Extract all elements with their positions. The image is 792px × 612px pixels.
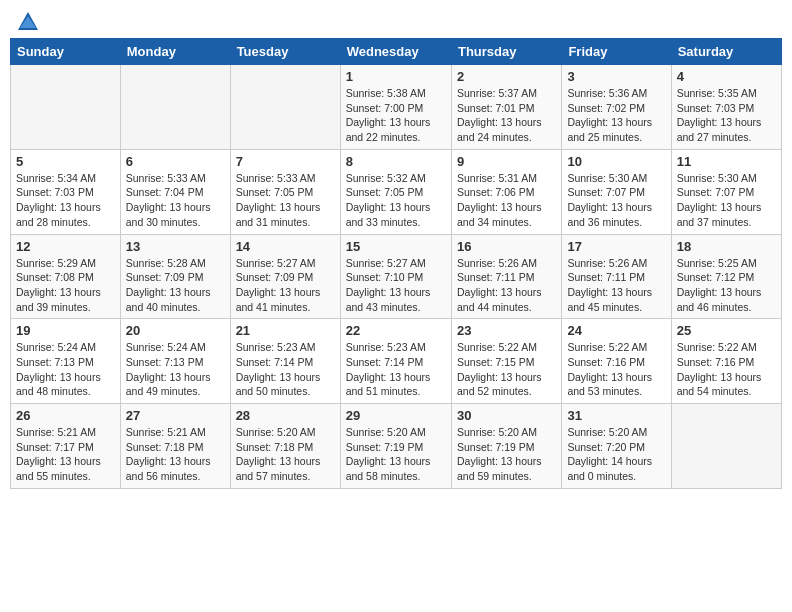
day-number: 13 [126,239,225,254]
day-info: Sunrise: 5:29 AMSunset: 7:08 PMDaylight:… [16,256,115,315]
calendar-cell [230,65,340,150]
page-header [10,10,782,30]
calendar-cell: 6Sunrise: 5:33 AMSunset: 7:04 PMDaylight… [120,149,230,234]
day-info: Sunrise: 5:23 AMSunset: 7:14 PMDaylight:… [236,340,335,399]
calendar-cell: 10Sunrise: 5:30 AMSunset: 7:07 PMDayligh… [562,149,671,234]
day-info: Sunrise: 5:37 AMSunset: 7:01 PMDaylight:… [457,86,556,145]
calendar-cell [120,65,230,150]
day-number: 23 [457,323,556,338]
day-number: 9 [457,154,556,169]
day-info: Sunrise: 5:32 AMSunset: 7:05 PMDaylight:… [346,171,446,230]
day-number: 27 [126,408,225,423]
day-number: 6 [126,154,225,169]
day-number: 26 [16,408,115,423]
day-number: 30 [457,408,556,423]
calendar-cell: 21Sunrise: 5:23 AMSunset: 7:14 PMDayligh… [230,319,340,404]
calendar-header-friday: Friday [562,39,671,65]
day-info: Sunrise: 5:33 AMSunset: 7:04 PMDaylight:… [126,171,225,230]
calendar-cell: 16Sunrise: 5:26 AMSunset: 7:11 PMDayligh… [451,234,561,319]
calendar-header-wednesday: Wednesday [340,39,451,65]
day-number: 3 [567,69,665,84]
day-info: Sunrise: 5:26 AMSunset: 7:11 PMDaylight:… [567,256,665,315]
calendar-week-row: 26Sunrise: 5:21 AMSunset: 7:17 PMDayligh… [11,404,782,489]
day-number: 21 [236,323,335,338]
day-info: Sunrise: 5:20 AMSunset: 7:19 PMDaylight:… [457,425,556,484]
calendar-header-row: SundayMondayTuesdayWednesdayThursdayFrid… [11,39,782,65]
calendar-header-monday: Monday [120,39,230,65]
day-info: Sunrise: 5:20 AMSunset: 7:19 PMDaylight:… [346,425,446,484]
calendar-cell: 30Sunrise: 5:20 AMSunset: 7:19 PMDayligh… [451,404,561,489]
day-info: Sunrise: 5:26 AMSunset: 7:11 PMDaylight:… [457,256,556,315]
day-info: Sunrise: 5:22 AMSunset: 7:16 PMDaylight:… [567,340,665,399]
calendar-cell: 5Sunrise: 5:34 AMSunset: 7:03 PMDaylight… [11,149,121,234]
calendar-cell: 9Sunrise: 5:31 AMSunset: 7:06 PMDaylight… [451,149,561,234]
day-info: Sunrise: 5:27 AMSunset: 7:10 PMDaylight:… [346,256,446,315]
day-info: Sunrise: 5:22 AMSunset: 7:16 PMDaylight:… [677,340,776,399]
day-info: Sunrise: 5:28 AMSunset: 7:09 PMDaylight:… [126,256,225,315]
day-info: Sunrise: 5:25 AMSunset: 7:12 PMDaylight:… [677,256,776,315]
day-number: 19 [16,323,115,338]
svg-marker-1 [20,16,36,28]
day-info: Sunrise: 5:33 AMSunset: 7:05 PMDaylight:… [236,171,335,230]
day-number: 12 [16,239,115,254]
calendar-header-tuesday: Tuesday [230,39,340,65]
day-info: Sunrise: 5:24 AMSunset: 7:13 PMDaylight:… [16,340,115,399]
calendar-cell: 31Sunrise: 5:20 AMSunset: 7:20 PMDayligh… [562,404,671,489]
day-number: 5 [16,154,115,169]
day-info: Sunrise: 5:36 AMSunset: 7:02 PMDaylight:… [567,86,665,145]
day-number: 15 [346,239,446,254]
day-number: 24 [567,323,665,338]
day-number: 17 [567,239,665,254]
day-number: 10 [567,154,665,169]
day-number: 2 [457,69,556,84]
day-number: 31 [567,408,665,423]
day-info: Sunrise: 5:24 AMSunset: 7:13 PMDaylight:… [126,340,225,399]
calendar-cell: 4Sunrise: 5:35 AMSunset: 7:03 PMDaylight… [671,65,781,150]
day-number: 18 [677,239,776,254]
day-number: 20 [126,323,225,338]
day-number: 4 [677,69,776,84]
calendar-cell: 17Sunrise: 5:26 AMSunset: 7:11 PMDayligh… [562,234,671,319]
calendar-cell: 26Sunrise: 5:21 AMSunset: 7:17 PMDayligh… [11,404,121,489]
calendar-cell: 7Sunrise: 5:33 AMSunset: 7:05 PMDaylight… [230,149,340,234]
day-number: 29 [346,408,446,423]
calendar-cell: 3Sunrise: 5:36 AMSunset: 7:02 PMDaylight… [562,65,671,150]
calendar-table: SundayMondayTuesdayWednesdayThursdayFrid… [10,38,782,489]
calendar-cell: 19Sunrise: 5:24 AMSunset: 7:13 PMDayligh… [11,319,121,404]
calendar-week-row: 1Sunrise: 5:38 AMSunset: 7:00 PMDaylight… [11,65,782,150]
calendar-header-sunday: Sunday [11,39,121,65]
day-info: Sunrise: 5:35 AMSunset: 7:03 PMDaylight:… [677,86,776,145]
day-info: Sunrise: 5:23 AMSunset: 7:14 PMDaylight:… [346,340,446,399]
day-number: 25 [677,323,776,338]
calendar-week-row: 19Sunrise: 5:24 AMSunset: 7:13 PMDayligh… [11,319,782,404]
day-number: 14 [236,239,335,254]
calendar-cell: 12Sunrise: 5:29 AMSunset: 7:08 PMDayligh… [11,234,121,319]
day-number: 28 [236,408,335,423]
day-info: Sunrise: 5:20 AMSunset: 7:18 PMDaylight:… [236,425,335,484]
day-number: 7 [236,154,335,169]
calendar-cell: 14Sunrise: 5:27 AMSunset: 7:09 PMDayligh… [230,234,340,319]
calendar-cell: 13Sunrise: 5:28 AMSunset: 7:09 PMDayligh… [120,234,230,319]
calendar-cell: 20Sunrise: 5:24 AMSunset: 7:13 PMDayligh… [120,319,230,404]
day-info: Sunrise: 5:22 AMSunset: 7:15 PMDaylight:… [457,340,556,399]
day-number: 16 [457,239,556,254]
day-info: Sunrise: 5:27 AMSunset: 7:09 PMDaylight:… [236,256,335,315]
calendar-cell [671,404,781,489]
calendar-cell: 23Sunrise: 5:22 AMSunset: 7:15 PMDayligh… [451,319,561,404]
day-info: Sunrise: 5:21 AMSunset: 7:18 PMDaylight:… [126,425,225,484]
calendar-cell: 22Sunrise: 5:23 AMSunset: 7:14 PMDayligh… [340,319,451,404]
calendar-cell: 18Sunrise: 5:25 AMSunset: 7:12 PMDayligh… [671,234,781,319]
day-info: Sunrise: 5:34 AMSunset: 7:03 PMDaylight:… [16,171,115,230]
day-number: 8 [346,154,446,169]
logo-icon [16,10,40,34]
calendar-cell [11,65,121,150]
day-info: Sunrise: 5:30 AMSunset: 7:07 PMDaylight:… [567,171,665,230]
calendar-cell: 28Sunrise: 5:20 AMSunset: 7:18 PMDayligh… [230,404,340,489]
day-number: 1 [346,69,446,84]
calendar-cell: 29Sunrise: 5:20 AMSunset: 7:19 PMDayligh… [340,404,451,489]
calendar-cell: 15Sunrise: 5:27 AMSunset: 7:10 PMDayligh… [340,234,451,319]
calendar-cell: 1Sunrise: 5:38 AMSunset: 7:00 PMDaylight… [340,65,451,150]
calendar-cell: 8Sunrise: 5:32 AMSunset: 7:05 PMDaylight… [340,149,451,234]
calendar-cell: 24Sunrise: 5:22 AMSunset: 7:16 PMDayligh… [562,319,671,404]
day-number: 22 [346,323,446,338]
